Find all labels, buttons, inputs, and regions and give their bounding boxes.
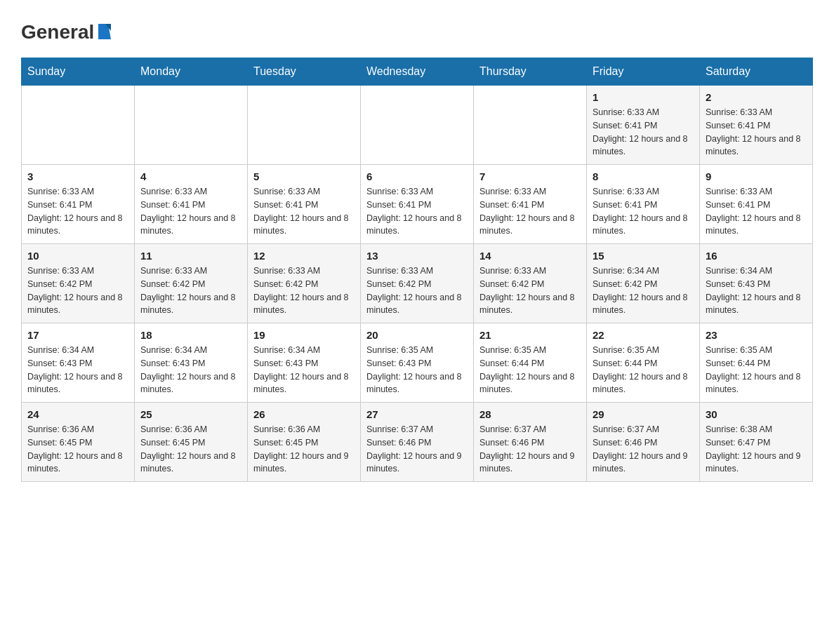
calendar-cell: 27Sunrise: 6:37 AM Sunset: 6:46 PM Dayli… [361, 403, 474, 482]
calendar-cell: 7Sunrise: 6:33 AM Sunset: 6:41 PM Daylig… [474, 165, 587, 244]
day-info: Sunrise: 6:36 AM Sunset: 6:45 PM Dayligh… [27, 423, 128, 476]
page-header: General [21, 21, 813, 43]
day-number: 15 [593, 250, 694, 262]
day-info: Sunrise: 6:36 AM Sunset: 6:45 PM Dayligh… [140, 423, 241, 476]
calendar-cell: 8Sunrise: 6:33 AM Sunset: 6:41 PM Daylig… [587, 165, 700, 244]
day-info: Sunrise: 6:35 AM Sunset: 6:44 PM Dayligh… [706, 344, 807, 396]
day-info: Sunrise: 6:34 AM Sunset: 6:43 PM Dayligh… [140, 344, 241, 396]
weekday-header-sunday: Sunday [22, 58, 135, 86]
day-number: 6 [366, 170, 468, 182]
logo-arrow-icon [95, 24, 111, 39]
day-info: Sunrise: 6:38 AM Sunset: 6:47 PM Dayligh… [706, 423, 807, 476]
day-info: Sunrise: 6:35 AM Sunset: 6:44 PM Dayligh… [593, 344, 694, 396]
day-info: Sunrise: 6:37 AM Sunset: 6:46 PM Dayligh… [366, 423, 468, 476]
day-number: 27 [366, 408, 468, 420]
day-info: Sunrise: 6:33 AM Sunset: 6:42 PM Dayligh… [27, 264, 128, 317]
day-number: 22 [593, 329, 694, 341]
day-info: Sunrise: 6:33 AM Sunset: 6:41 PM Dayligh… [706, 185, 807, 238]
day-info: Sunrise: 6:33 AM Sunset: 6:41 PM Dayligh… [27, 185, 128, 238]
calendar-cell: 19Sunrise: 6:34 AM Sunset: 6:43 PM Dayli… [248, 323, 361, 403]
calendar-cell: 14Sunrise: 6:33 AM Sunset: 6:42 PM Dayli… [474, 244, 587, 323]
day-info: Sunrise: 6:33 AM Sunset: 6:41 PM Dayligh… [706, 106, 807, 159]
day-number: 13 [366, 250, 468, 262]
day-number: 4 [140, 170, 241, 182]
day-info: Sunrise: 6:33 AM Sunset: 6:41 PM Dayligh… [593, 106, 694, 159]
day-number: 16 [706, 250, 807, 262]
day-info: Sunrise: 6:33 AM Sunset: 6:42 PM Dayligh… [140, 264, 241, 317]
day-number: 10 [27, 250, 128, 262]
day-info: Sunrise: 6:33 AM Sunset: 6:42 PM Dayligh… [479, 264, 581, 317]
calendar-cell: 24Sunrise: 6:36 AM Sunset: 6:45 PM Dayli… [22, 403, 135, 482]
day-number: 19 [253, 329, 355, 341]
calendar-row: 17Sunrise: 6:34 AM Sunset: 6:43 PM Dayli… [22, 323, 813, 403]
calendar-cell: 20Sunrise: 6:35 AM Sunset: 6:43 PM Dayli… [361, 323, 474, 403]
weekday-header-thursday: Thursday [474, 58, 587, 86]
day-number: 17 [27, 329, 128, 341]
calendar-cell [22, 86, 135, 165]
day-number: 28 [479, 408, 581, 420]
day-number: 25 [140, 408, 241, 420]
calendar-cell [474, 86, 587, 165]
logo-general-text: General [21, 21, 111, 43]
calendar-cell: 6Sunrise: 6:33 AM Sunset: 6:41 PM Daylig… [361, 165, 474, 244]
day-info: Sunrise: 6:33 AM Sunset: 6:41 PM Dayligh… [479, 185, 581, 238]
day-info: Sunrise: 6:34 AM Sunset: 6:43 PM Dayligh… [253, 344, 355, 396]
day-number: 1 [593, 91, 694, 103]
day-number: 7 [479, 170, 581, 182]
day-info: Sunrise: 6:33 AM Sunset: 6:41 PM Dayligh… [253, 185, 355, 238]
calendar-cell: 25Sunrise: 6:36 AM Sunset: 6:45 PM Dayli… [135, 403, 248, 482]
calendar-cell [361, 86, 474, 165]
calendar-cell: 22Sunrise: 6:35 AM Sunset: 6:44 PM Dayli… [587, 323, 700, 403]
day-info: Sunrise: 6:33 AM Sunset: 6:42 PM Dayligh… [253, 264, 355, 317]
day-info: Sunrise: 6:34 AM Sunset: 6:43 PM Dayligh… [27, 344, 128, 396]
calendar-cell: 5Sunrise: 6:33 AM Sunset: 6:41 PM Daylig… [248, 165, 361, 244]
day-number: 2 [706, 91, 807, 103]
day-number: 8 [593, 170, 694, 182]
calendar-row: 1Sunrise: 6:33 AM Sunset: 6:41 PM Daylig… [22, 86, 813, 165]
calendar-cell: 12Sunrise: 6:33 AM Sunset: 6:42 PM Dayli… [248, 244, 361, 323]
day-info: Sunrise: 6:33 AM Sunset: 6:42 PM Dayligh… [366, 264, 468, 317]
calendar-cell: 15Sunrise: 6:34 AM Sunset: 6:42 PM Dayli… [587, 244, 700, 323]
calendar-cell: 1Sunrise: 6:33 AM Sunset: 6:41 PM Daylig… [587, 86, 700, 165]
calendar-cell: 10Sunrise: 6:33 AM Sunset: 6:42 PM Dayli… [22, 244, 135, 323]
day-info: Sunrise: 6:35 AM Sunset: 6:43 PM Dayligh… [366, 344, 468, 396]
calendar-table: SundayMondayTuesdayWednesdayThursdayFrid… [21, 58, 813, 482]
calendar-row: 10Sunrise: 6:33 AM Sunset: 6:42 PM Dayli… [22, 244, 813, 323]
logo: General [21, 21, 111, 43]
calendar-cell: 3Sunrise: 6:33 AM Sunset: 6:41 PM Daylig… [22, 165, 135, 244]
weekday-header-wednesday: Wednesday [361, 58, 474, 86]
day-number: 24 [27, 408, 128, 420]
calendar-cell: 16Sunrise: 6:34 AM Sunset: 6:43 PM Dayli… [700, 244, 813, 323]
day-number: 9 [706, 170, 807, 182]
calendar-cell: 26Sunrise: 6:36 AM Sunset: 6:45 PM Dayli… [248, 403, 361, 482]
day-number: 3 [27, 170, 128, 182]
day-info: Sunrise: 6:34 AM Sunset: 6:42 PM Dayligh… [593, 264, 694, 317]
day-number: 5 [253, 170, 355, 182]
weekday-header-saturday: Saturday [700, 58, 813, 86]
day-number: 26 [253, 408, 355, 420]
calendar-cell: 18Sunrise: 6:34 AM Sunset: 6:43 PM Dayli… [135, 323, 248, 403]
day-info: Sunrise: 6:34 AM Sunset: 6:43 PM Dayligh… [706, 264, 807, 317]
calendar-row: 24Sunrise: 6:36 AM Sunset: 6:45 PM Dayli… [22, 403, 813, 482]
calendar-cell [135, 86, 248, 165]
calendar-cell: 11Sunrise: 6:33 AM Sunset: 6:42 PM Dayli… [135, 244, 248, 323]
day-number: 21 [479, 329, 581, 341]
calendar-cell: 29Sunrise: 6:37 AM Sunset: 6:46 PM Dayli… [587, 403, 700, 482]
weekday-header-row: SundayMondayTuesdayWednesdayThursdayFrid… [22, 58, 813, 86]
day-number: 30 [706, 408, 807, 420]
calendar-cell: 23Sunrise: 6:35 AM Sunset: 6:44 PM Dayli… [700, 323, 813, 403]
calendar-cell: 30Sunrise: 6:38 AM Sunset: 6:47 PM Dayli… [700, 403, 813, 482]
day-info: Sunrise: 6:37 AM Sunset: 6:46 PM Dayligh… [479, 423, 581, 476]
calendar-cell: 4Sunrise: 6:33 AM Sunset: 6:41 PM Daylig… [135, 165, 248, 244]
calendar-cell: 9Sunrise: 6:33 AM Sunset: 6:41 PM Daylig… [700, 165, 813, 244]
day-info: Sunrise: 6:33 AM Sunset: 6:41 PM Dayligh… [140, 185, 241, 238]
calendar-cell [248, 86, 361, 165]
day-number: 29 [593, 408, 694, 420]
day-info: Sunrise: 6:33 AM Sunset: 6:41 PM Dayligh… [593, 185, 694, 238]
weekday-header-monday: Monday [135, 58, 248, 86]
calendar-cell: 28Sunrise: 6:37 AM Sunset: 6:46 PM Dayli… [474, 403, 587, 482]
calendar-cell: 2Sunrise: 6:33 AM Sunset: 6:41 PM Daylig… [700, 86, 813, 165]
weekday-header-tuesday: Tuesday [248, 58, 361, 86]
day-number: 18 [140, 329, 241, 341]
day-info: Sunrise: 6:33 AM Sunset: 6:41 PM Dayligh… [366, 185, 468, 238]
